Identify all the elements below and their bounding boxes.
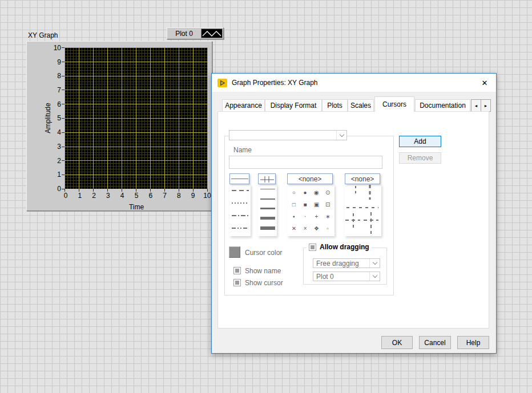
remove-button[interactable]: Remove bbox=[399, 152, 441, 164]
x-axis-tick-labels: 012345678910 bbox=[59, 192, 214, 200]
dialog-titlebar[interactable]: Graph Properties: XY Graph ✕ bbox=[212, 74, 496, 92]
cursor-crosshair-options-icon bbox=[345, 184, 380, 235]
cursor-style-picker: <none> bbox=[345, 173, 381, 236]
point-style-option[interactable]: ▪ bbox=[288, 210, 300, 222]
allow-dragging-label: Allow dragging bbox=[320, 243, 369, 251]
line-width-option[interactable] bbox=[258, 213, 277, 223]
line-width-picker bbox=[258, 173, 277, 236]
help-button[interactable]: Help bbox=[457, 336, 489, 349]
labview-front-panel: XY Graph Plot 0 109876543210 01234567891… bbox=[0, 0, 532, 393]
line-style-option[interactable] bbox=[229, 209, 251, 222]
allow-dragging-checkbox[interactable] bbox=[309, 244, 316, 251]
y-tick-label: 3 bbox=[49, 143, 61, 150]
x-tick-label: 6 bbox=[144, 192, 158, 200]
cursor-name-input[interactable] bbox=[229, 156, 382, 169]
line-width-option[interactable] bbox=[258, 204, 277, 213]
point-style-picker: <none> ○●◉⊙□■▣⊡▪·+∗✕×❖▫ bbox=[287, 173, 334, 236]
y-tick-label: 1 bbox=[49, 171, 61, 178]
cursor-select-dropdown[interactable] bbox=[229, 130, 347, 140]
y-tick-label: 8 bbox=[49, 72, 61, 79]
cancel-button[interactable]: Cancel bbox=[419, 336, 451, 349]
add-button[interactable]: Add bbox=[399, 136, 441, 147]
line-width-option[interactable] bbox=[258, 184, 277, 194]
allow-dragging-group: Allow dragging Free dragging Plot 0 bbox=[303, 248, 387, 285]
line-style-option[interactable] bbox=[229, 184, 251, 197]
line-style-option[interactable] bbox=[229, 222, 251, 234]
point-style-selected[interactable]: <none> bbox=[287, 173, 333, 184]
point-style-option[interactable]: ⊡ bbox=[322, 198, 333, 210]
show-cursor-label: Show cursor bbox=[245, 279, 283, 287]
x-tick-label: 4 bbox=[115, 192, 129, 200]
x-tick-label: 8 bbox=[172, 192, 186, 200]
y-tick-label: 2 bbox=[49, 157, 61, 164]
cursor-style-options[interactable] bbox=[345, 184, 381, 236]
drag-mode-dropdown[interactable]: Free dragging bbox=[313, 258, 380, 268]
chevron-down-icon bbox=[369, 259, 380, 268]
plot-area[interactable] bbox=[65, 47, 208, 189]
tab-scroll-right-icon[interactable]: ► bbox=[481, 99, 491, 112]
tab-scroll-left-icon[interactable]: ◄ bbox=[471, 99, 481, 112]
point-style-option[interactable]: ◉ bbox=[311, 187, 323, 198]
cursors-tab-page: Name bbox=[217, 111, 489, 329]
plot-line-sample-icon[interactable] bbox=[201, 29, 223, 38]
cursor-style-selected[interactable]: <none> bbox=[345, 173, 380, 184]
line-width-options bbox=[258, 184, 277, 236]
chevron-down-icon bbox=[336, 131, 346, 140]
x-tick-label: 7 bbox=[158, 192, 172, 200]
tab-appearance[interactable]: Appearance bbox=[222, 99, 265, 112]
point-style-option[interactable]: ■ bbox=[300, 198, 311, 210]
line-style-selected[interactable] bbox=[229, 173, 249, 184]
cursor-color-label: Cursor color bbox=[245, 249, 282, 257]
line-style-option[interactable] bbox=[229, 197, 251, 209]
tab-plots[interactable]: Plots bbox=[322, 99, 348, 112]
y-tick-label: 9 bbox=[49, 59, 61, 66]
point-style-option[interactable]: ❖ bbox=[311, 222, 323, 234]
ok-button[interactable]: OK bbox=[381, 336, 413, 349]
tab-display-format[interactable]: Display Format bbox=[265, 99, 322, 112]
point-style-option[interactable]: ✕ bbox=[288, 222, 300, 234]
show-name-checkbox[interactable] bbox=[233, 267, 241, 274]
point-style-option[interactable]: × bbox=[300, 222, 311, 234]
point-style-option[interactable]: ▣ bbox=[311, 198, 323, 210]
point-style-option[interactable]: + bbox=[311, 210, 323, 222]
point-style-option[interactable]: ● bbox=[300, 187, 311, 198]
point-style-option[interactable]: ○ bbox=[288, 187, 300, 198]
x-tick-label: 0 bbox=[59, 192, 72, 200]
dialog-title: Graph Properties: XY Graph bbox=[232, 79, 318, 87]
line-width-option[interactable] bbox=[258, 194, 277, 204]
show-cursor-checkbox[interactable] bbox=[233, 279, 241, 286]
x-tick-label: 5 bbox=[130, 192, 143, 200]
plot-legend[interactable]: Plot 0 bbox=[167, 27, 224, 39]
point-style-option[interactable]: ∗ bbox=[322, 210, 333, 222]
line-width-option[interactable] bbox=[258, 223, 277, 233]
y-tick-label: 10 bbox=[49, 44, 61, 51]
tab-documentation[interactable]: Documentation bbox=[415, 99, 470, 112]
x-axis-title: Time bbox=[129, 203, 144, 211]
chevron-down-icon bbox=[369, 272, 380, 281]
point-style-options: ○●◉⊙□■▣⊡▪·+∗✕×❖▫ bbox=[287, 184, 334, 236]
close-icon[interactable]: ✕ bbox=[478, 76, 491, 89]
y-tick-label: 7 bbox=[49, 87, 61, 94]
cursor-color-button[interactable] bbox=[229, 246, 240, 258]
graph-properties-dialog: Graph Properties: XY Graph ✕ Appearance … bbox=[211, 73, 497, 354]
show-name-label: Show name bbox=[245, 267, 281, 275]
point-style-option[interactable]: □ bbox=[288, 198, 300, 210]
x-tick-label: 9 bbox=[186, 192, 200, 200]
y-axis-title: Amplitude bbox=[44, 103, 52, 133]
x-tick-label: 1 bbox=[73, 192, 87, 200]
point-style-option[interactable]: ▫ bbox=[322, 222, 333, 234]
point-style-option[interactable]: · bbox=[300, 210, 311, 222]
tab-cursors[interactable]: Cursors bbox=[374, 96, 414, 112]
name-label: Name bbox=[233, 146, 252, 154]
point-style-option[interactable]: ⊙ bbox=[322, 187, 333, 198]
thin-crosshair-icon bbox=[259, 175, 275, 184]
graph-title-label: XY Graph bbox=[28, 31, 58, 39]
x-tick-label: 2 bbox=[87, 192, 101, 200]
drag-plot-dropdown[interactable]: Plot 0 bbox=[313, 272, 380, 281]
graph-panel: 109876543210 012345678910 Amplitude Time bbox=[26, 41, 212, 211]
tab-scales[interactable]: Scales bbox=[348, 99, 374, 112]
drag-plot-value: Plot 0 bbox=[313, 273, 369, 281]
line-width-selected[interactable] bbox=[258, 173, 276, 184]
plot-legend-label: Plot 0 bbox=[167, 30, 201, 38]
drag-mode-value: Free dragging bbox=[313, 260, 369, 268]
